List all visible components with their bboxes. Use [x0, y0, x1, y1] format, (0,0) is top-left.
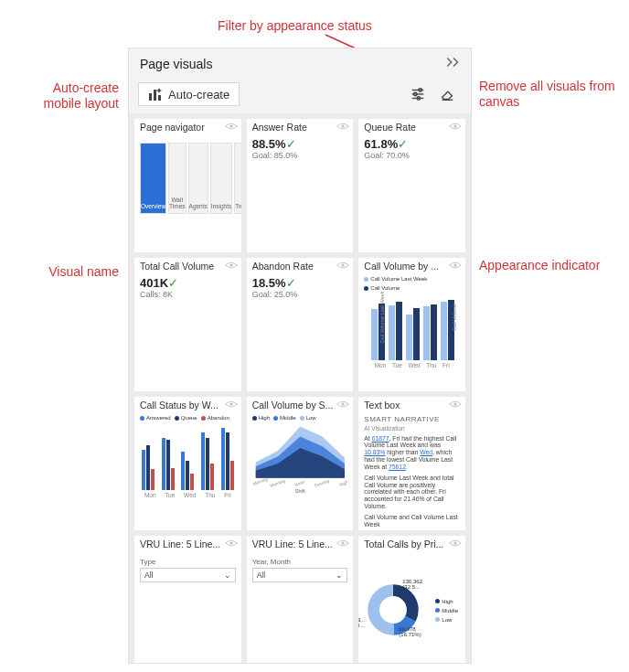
svg-point-17 — [229, 402, 232, 405]
card-header: VRU Line: 5 Line... — [247, 536, 354, 551]
visual-name: Call Volume by ... — [364, 261, 449, 272]
visual-name: Text box — [364, 400, 449, 411]
svg-text:Early Morning: Early Morning — [252, 476, 269, 490]
svg-text:Shift: Shift — [294, 488, 305, 494]
card-header: Answer Rate — [247, 119, 354, 134]
kpi-body: 401K✓ Calls: 8K — [134, 273, 241, 391]
eye-icon — [225, 122, 238, 131]
svg-text:Evening: Evening — [314, 478, 330, 488]
kpi-body: 88.5%✓ Goal: 85.0% — [247, 134, 354, 252]
appearance-indicator[interactable] — [449, 261, 462, 272]
visual-name: Queue Rate — [364, 122, 449, 133]
card-header: Abandon Rate — [247, 258, 354, 273]
visual-name: VRU Line: 5 Line... — [140, 539, 225, 549]
visual-card[interactable]: Call Status by W... AnsweredQueueAbandon… — [134, 397, 241, 530]
visual-card[interactable]: Queue Rate 61.8%✓ Goal: 70.0% — [358, 119, 465, 252]
appearance-indicator[interactable] — [449, 122, 462, 133]
nav-tile[interactable]: Insights — [210, 143, 232, 214]
svg-point-12 — [342, 124, 345, 127]
visuals-grid: Page navigator OverviewWait TimesAgentsI… — [129, 113, 471, 663]
visual-card[interactable]: Total Call Volume 401K✓ Calls: 8K — [134, 258, 241, 391]
appearance-indicator[interactable] — [336, 539, 349, 549]
svg-point-18 — [342, 402, 345, 405]
svg-point-28 — [453, 541, 456, 544]
panel-title: Page visuals — [140, 57, 212, 71]
svg-text:Night: Night — [338, 479, 347, 487]
appearance-indicator[interactable] — [449, 400, 462, 411]
kpi-body: 61.8%✓ Goal: 70.0% — [358, 134, 465, 252]
bar-chart: AnsweredQueueAbandonMonTueWedThuFri — [134, 412, 241, 530]
chevron-right-double-icon — [445, 56, 462, 69]
remove-all-button[interactable] — [432, 82, 462, 106]
card-header: Call Volume by ... — [358, 258, 465, 273]
eye-icon — [225, 400, 238, 409]
eye-icon — [225, 539, 238, 548]
appearance-indicator[interactable] — [449, 539, 462, 549]
nav-tile[interactable]: Overview — [140, 143, 166, 214]
slicer-dropdown[interactable]: All⌄ — [140, 568, 236, 582]
visual-card[interactable]: Answer Rate 88.5%✓ Goal: 85.0% — [247, 119, 354, 252]
eye-icon — [225, 261, 238, 270]
text-box: SMART NARRATIVEAI Visualization At 61877… — [358, 412, 465, 530]
page-visuals-panel: Page visuals Auto-create — [128, 48, 472, 664]
chart-legend: AnsweredQueueAbandon — [140, 415, 236, 421]
svg-point-26 — [229, 541, 232, 544]
nav-tile[interactable]: Agents — [188, 143, 208, 214]
filter-appearance-button[interactable] — [403, 82, 432, 106]
visual-card[interactable]: Call Volume by S... HighMiddleLow Early … — [247, 397, 354, 530]
visual-card[interactable]: Text box SMART NARRATIVEAI Visualization… — [358, 397, 465, 530]
visual-name: Total Call Volume — [140, 261, 225, 272]
nav-body: OverviewWait TimesAgentsInsightsTrends — [134, 134, 241, 252]
eye-icon — [449, 122, 462, 131]
visual-name: Call Volume by S... — [252, 400, 337, 411]
visual-card[interactable]: Page navigator OverviewWait TimesAgentsI… — [134, 119, 241, 252]
svg-point-14 — [229, 263, 232, 266]
sliders-icon — [410, 86, 426, 102]
slicer: Year, Month All⌄ — [247, 551, 354, 663]
chart-legend: Call Volume Last WeekCall Volume — [364, 276, 460, 291]
svg-point-16 — [453, 263, 456, 266]
annot-appearance: Appearance indicator — [479, 258, 616, 273]
collapse-button[interactable] — [445, 56, 462, 71]
annot-auto-create: Auto-create mobile layout — [18, 80, 119, 112]
card-header: Call Status by W... — [134, 397, 241, 412]
visual-card[interactable]: Total Calls by Pri... 130,362 (32.5... 6… — [358, 536, 465, 663]
nav-tile[interactable]: Trends — [234, 143, 240, 214]
card-header: Total Call Volume — [134, 258, 241, 273]
card-header: VRU Line: 5 Line... — [134, 536, 241, 551]
appearance-indicator[interactable] — [225, 122, 238, 133]
svg-rect-1 — [149, 93, 152, 101]
visual-card[interactable]: VRU Line: 5 Line... Type All⌄ — [134, 536, 241, 663]
annot-filter: Filter by appearance status — [218, 18, 372, 34]
eye-icon — [336, 122, 349, 131]
visual-card[interactable]: VRU Line: 5 Line... Year, Month All⌄ — [247, 536, 354, 663]
appearance-indicator[interactable] — [336, 400, 349, 411]
svg-point-25 — [453, 402, 456, 405]
visual-name: Answer Rate — [252, 122, 337, 133]
appearance-indicator[interactable] — [336, 261, 349, 272]
slicer-dropdown[interactable]: All⌄ — [252, 568, 348, 582]
eye-icon — [449, 539, 462, 548]
visual-card[interactable]: Abandon Rate 18.5%✓ Goal: 25.0% — [247, 258, 354, 391]
annot-visual-name: Visual name — [18, 264, 119, 280]
auto-create-button[interactable]: Auto-create — [138, 82, 240, 106]
appearance-indicator[interactable] — [336, 122, 349, 133]
auto-create-icon — [148, 87, 163, 101]
svg-point-15 — [342, 263, 345, 266]
svg-rect-3 — [158, 95, 161, 101]
appearance-indicator[interactable] — [225, 539, 238, 549]
appearance-indicator[interactable] — [225, 400, 238, 411]
area-chart: HighMiddleLow Early MorningMorningNoonEv… — [247, 412, 354, 530]
svg-rect-2 — [154, 90, 156, 101]
svg-point-13 — [453, 124, 456, 127]
visual-name: Abandon Rate — [252, 261, 337, 272]
card-header: Queue Rate — [358, 119, 465, 134]
visual-card[interactable]: Call Volume by ... Call Volume Last Week… — [358, 258, 465, 391]
appearance-indicator[interactable] — [225, 261, 238, 272]
svg-text:Noon: Noon — [293, 479, 305, 487]
svg-text:Morning: Morning — [269, 478, 285, 488]
chart-legend: HighMiddleLow — [435, 599, 460, 623]
panel-header: Page visuals — [129, 48, 471, 79]
nav-tile[interactable]: Wait Times — [168, 143, 186, 214]
card-header: Page navigator — [134, 119, 241, 134]
